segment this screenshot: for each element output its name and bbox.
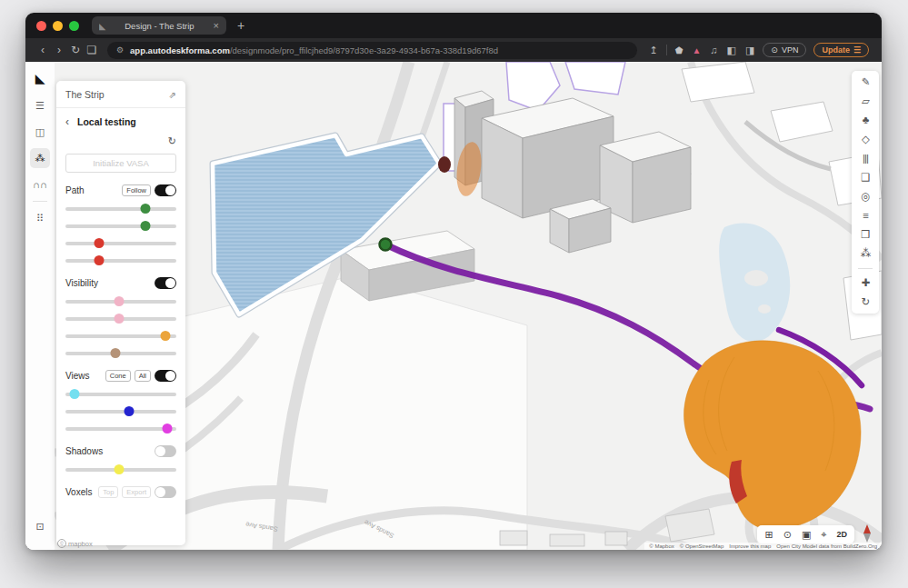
toggle-knob (165, 278, 175, 288)
move-icon[interactable]: ✚ (862, 278, 870, 289)
close-window-button[interactable] (36, 21, 46, 31)
attribution-mapbox-link[interactable]: © Mapbox (649, 543, 674, 549)
shadows-label: Shadows (65, 446, 103, 456)
rotate-icon[interactable]: ↻ (862, 297, 870, 308)
tag-icon[interactable]: ❒ (861, 230, 869, 241)
shadows-toggle[interactable] (155, 445, 176, 457)
browser-toolbar: ‹ › ↻ ❏ ⚙ app.autodeskforma.com /designm… (25, 38, 882, 62)
orbit-icon[interactable]: ⌖ (821, 529, 826, 541)
update-button[interactable]: Update ☰ (813, 43, 869, 57)
panel-refresh-button[interactable]: ↻ (65, 135, 176, 147)
back-button[interactable]: ‹ (35, 44, 51, 56)
visibility-slider-0[interactable] (65, 296, 176, 306)
visibility-toggle[interactable] (155, 277, 176, 289)
section-head: Visibility (65, 277, 176, 289)
extension-panel: The Strip ⇗ ‹ Local testing ↻ Initialize… (56, 81, 185, 545)
path-slider-2[interactable] (65, 238, 176, 248)
rail-scenarios-icon[interactable]: ☰ (30, 95, 50, 115)
toolbar-divider (858, 268, 873, 269)
section-head: VoxelsTopExport (65, 486, 176, 498)
vpn-button[interactable]: ⊙ VPN (763, 43, 806, 57)
compass-needle[interactable] (861, 524, 873, 544)
surface-plane-icon[interactable]: ◇ (862, 135, 869, 145)
browser-tab[interactable]: ◣ Design - The Strip × (92, 16, 226, 35)
rail-apps-icon[interactable]: ⠿ (30, 208, 50, 228)
zoom-window-button[interactable] (69, 21, 79, 31)
slider-knob (140, 204, 150, 214)
visibility-slider-1[interactable] (65, 314, 176, 324)
url-domain: app.autodeskforma.com (130, 45, 230, 55)
ai-wand-icon[interactable]: ✎ (862, 77, 870, 88)
shadows-controls (155, 445, 176, 457)
views-cone-chip[interactable]: Cone (105, 370, 131, 382)
toolbar-divider (666, 45, 667, 55)
initialize-vasa-button[interactable]: Initialize VASA (65, 154, 176, 173)
bookmark-icon[interactable]: ❏ (84, 44, 100, 56)
levels-icon[interactable]: ≡ (863, 211, 868, 222)
views-toggle[interactable] (155, 370, 176, 382)
sphere-icon[interactable]: ◎ (861, 192, 869, 203)
views-all-chip[interactable]: All (135, 370, 151, 382)
slider-knob (114, 464, 124, 474)
toggle-knob (155, 487, 165, 497)
share-button[interactable]: ↥ (649, 45, 657, 56)
maroon-marker[interactable] (438, 156, 451, 173)
alert-triangle-icon[interactable]: ▲ (692, 45, 701, 55)
slider-knob (110, 348, 120, 358)
panel-back-button[interactable]: ‹ (65, 115, 69, 128)
tab-favicon: ◣ (99, 21, 105, 31)
sidebar-icon[interactable]: ◧ (727, 45, 736, 56)
path-toggle[interactable] (155, 184, 176, 196)
shield-icon[interactable]: ⬟ (675, 45, 683, 55)
slider-track (65, 352, 176, 355)
reload-button[interactable]: ↻ (67, 44, 84, 56)
tab-close-icon[interactable]: × (214, 20, 219, 31)
path-follow-chip[interactable]: Follow (122, 184, 151, 196)
site-settings-icon[interactable]: ⚙ (116, 45, 124, 55)
visibility-slider-2[interactable] (65, 331, 176, 341)
views-slider-0[interactable] (65, 389, 176, 399)
reading-panel-icon[interactable]: ◨ (745, 45, 754, 56)
path-slider-0[interactable] (65, 204, 176, 214)
visibility-slider-3[interactable] (65, 348, 176, 358)
attribution-improve-link[interactable]: Improve this map (729, 543, 771, 549)
toggle-knob (155, 446, 165, 456)
toggle-knob (165, 371, 175, 381)
cluster-icon[interactable]: ⁂ (861, 249, 871, 260)
island-small (758, 304, 771, 314)
views-slider-2[interactable] (65, 424, 176, 434)
panel-share-icon[interactable]: ⇗ (169, 90, 176, 100)
path-slider-1[interactable] (65, 221, 176, 231)
forward-button[interactable]: › (51, 44, 67, 56)
vegetation-icon[interactable]: ♣ (863, 115, 869, 126)
slider-knob (140, 221, 150, 231)
slider-knob (160, 331, 170, 341)
rail-extensions-icon[interactable]: ⁂ (30, 148, 50, 168)
url-bar[interactable]: ⚙ app.autodeskforma.com /designmode/pro_… (107, 42, 637, 59)
new-tab-button[interactable]: + (237, 18, 244, 33)
media-icon[interactable]: ♫ (710, 45, 717, 55)
mapbox-logo[interactable]: © mapbox (57, 539, 93, 548)
extrude-volume-icon[interactable]: ▱ (862, 96, 869, 107)
rail-library-icon[interactable]: ◫ (30, 122, 50, 142)
toggle-knob (165, 185, 175, 195)
section-columns-icon[interactable]: ||| (863, 154, 868, 164)
camera-icon[interactable]: ▣ (802, 529, 811, 541)
voxels-top-chip: Top (98, 486, 118, 498)
console-icon[interactable]: ⊡ (30, 516, 50, 536)
right-toolbar: ✎▱♣◇|||❑◎≡❒⁂✚↻ (852, 71, 879, 314)
grid-view-icon[interactable]: ⊞ (764, 529, 773, 541)
voxels-toggle[interactable] (155, 486, 176, 498)
solid-cube-icon[interactable]: ❑ (861, 173, 869, 184)
mode-2d-button[interactable]: 2D (836, 530, 847, 539)
green-marker[interactable] (380, 239, 392, 251)
shadows-slider-0[interactable] (65, 464, 176, 474)
minimize-window-button[interactable] (53, 21, 63, 31)
attribution-ocm-text: Open City Model data from BuildZero.Org (776, 543, 877, 549)
attribution-osm-link[interactable]: © OpenStreetMap (680, 543, 723, 549)
section-visibility: Visibility (65, 277, 176, 358)
rail-metrics-icon[interactable]: ∩∩ (30, 174, 50, 194)
views-slider-1[interactable] (65, 406, 176, 416)
path-slider-3[interactable] (65, 255, 176, 265)
eye-icon[interactable]: ⊙ (783, 529, 792, 541)
